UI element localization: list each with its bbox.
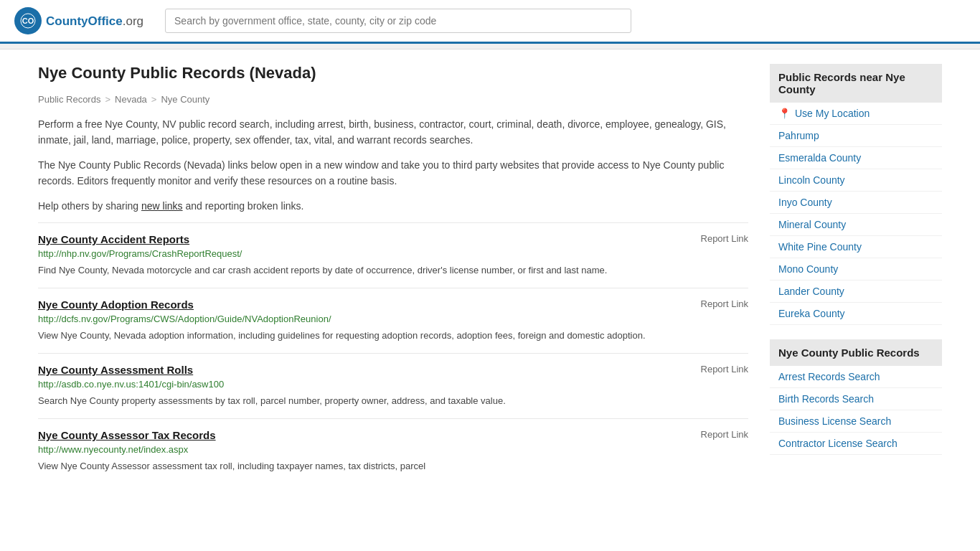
nye-link-1[interactable]: Birth Records Search [778, 393, 874, 405]
record-item: Nye County Assessor Tax Records Report L… [38, 418, 748, 484]
nye-section-title: Nye County Public Records [770, 339, 942, 366]
nearby-item-0: Pahrump [770, 125, 942, 147]
breadcrumb-nye-county: Nye County [161, 94, 209, 105]
report-link-3[interactable]: Report Link [701, 429, 748, 440]
record-url-1[interactable]: http://dcfs.nv.gov/Programs/CWS/Adoption… [38, 314, 748, 324]
records-list: Nye County Accident Reports Report Link … [38, 222, 748, 484]
nye-link-2[interactable]: Business License Search [778, 415, 891, 427]
nearby-link-0[interactable]: Pahrump [778, 130, 819, 141]
use-location-label[interactable]: Use My Location [795, 108, 870, 119]
nearby-link-2[interactable]: Lincoln County [778, 174, 845, 186]
record-desc-2: Search Nye County property assessments b… [38, 394, 748, 408]
nearby-items-container: PahrumpEsmeralda CountyLincoln CountyIny… [770, 125, 942, 325]
nearby-item-3: Inyo County [770, 192, 942, 214]
breadcrumb-public-records[interactable]: Public Records [38, 94, 100, 105]
nearby-link-5[interactable]: White Pine County [778, 241, 862, 253]
content-wrapper: Nye County Public Records (Nevada) Publi… [24, 50, 956, 499]
page-title: Nye County Public Records (Nevada) [38, 64, 748, 83]
nearby-link-3[interactable]: Inyo County [778, 197, 832, 208]
search-input[interactable] [165, 9, 631, 33]
logo-icon: CO [14, 7, 42, 34]
record-title-1[interactable]: Nye County Adoption Records [38, 298, 194, 311]
record-item: Nye County Accident Reports Report Link … [38, 222, 748, 288]
record-item: Nye County Adoption Records Report Link … [38, 288, 748, 353]
nearby-link-6[interactable]: Mono County [778, 263, 838, 275]
logo[interactable]: CO CountyOffice.org [14, 7, 143, 34]
nye-item-0: Arrest Records Search [770, 366, 942, 388]
record-title-2[interactable]: Nye County Assessment Rolls [38, 364, 193, 376]
nye-link-0[interactable]: Arrest Records Search [778, 371, 880, 382]
nearby-item-7: Lander County [770, 281, 942, 303]
nearby-link-1[interactable]: Esmeralda County [778, 152, 861, 164]
desc3-post: and reporting broken links. [183, 200, 304, 212]
nearby-item-1: Esmeralda County [770, 147, 942, 169]
report-link-0[interactable]: Report Link [701, 233, 748, 244]
use-location-item[interactable]: 📍 Use My Location [770, 103, 942, 125]
record-url-2[interactable]: http://asdb.co.nye.nv.us:1401/cgi-bin/as… [38, 379, 748, 390]
breadcrumb: Public Records > Nevada > Nye County [38, 94, 748, 105]
nye-section: Nye County Public Records Arrest Records… [770, 339, 942, 455]
record-url-0[interactable]: http://nhp.nv.gov/Programs/CrashReportRe… [38, 248, 748, 259]
location-icon: 📍 [778, 108, 791, 119]
desc3-pre: Help others by sharing [38, 200, 141, 212]
breadcrumb-nevada[interactable]: Nevada [115, 94, 147, 105]
nye-item-2: Business License Search [770, 410, 942, 433]
description-2: The Nye County Public Records (Nevada) l… [38, 157, 748, 189]
nearby-item-6: Mono County [770, 258, 942, 281]
report-link-2[interactable]: Report Link [701, 364, 748, 375]
nearby-item-4: Mineral County [770, 214, 942, 236]
nearby-item-8: Eureka County [770, 303, 942, 325]
top-bar [0, 44, 980, 50]
record-title-3[interactable]: Nye County Assessor Tax Records [38, 429, 216, 441]
record-desc-0: Find Nye County, Nevada motorcycle and c… [38, 263, 748, 278]
logo-text: CountyOffice.org [46, 14, 143, 29]
record-url-3[interactable]: http://www.nyecounty.net/index.aspx [38, 444, 748, 455]
nearby-link-8[interactable]: Eureka County [778, 308, 845, 319]
nearby-link-7[interactable]: Lander County [778, 286, 844, 297]
report-link-1[interactable]: Report Link [701, 298, 748, 309]
record-desc-1: View Nye County, Nevada adoption informa… [38, 329, 748, 343]
main-content: Nye County Public Records (Nevada) Publi… [38, 64, 748, 484]
record-title-0[interactable]: Nye County Accident Reports [38, 233, 189, 245]
nearby-section: Public Records near Nye County 📍 Use My … [770, 64, 942, 325]
description-1: Perform a free Nye County, NV public rec… [38, 116, 748, 149]
nearby-section-title: Public Records near Nye County [770, 64, 942, 103]
description-3: Help others by sharing new links and rep… [38, 198, 748, 214]
nearby-item-2: Lincoln County [770, 169, 942, 192]
svg-text:CO: CO [22, 17, 34, 25]
site-header: CO CountyOffice.org [0, 0, 980, 44]
new-links-link[interactable]: new links [141, 200, 183, 212]
record-item: Nye County Assessment Rolls Report Link … [38, 353, 748, 418]
nye-item-1: Birth Records Search [770, 388, 942, 410]
sidebar: Public Records near Nye County 📍 Use My … [770, 64, 942, 484]
nearby-item-5: White Pine County [770, 236, 942, 258]
nearby-link-4[interactable]: Mineral County [778, 219, 846, 230]
record-desc-3: View Nye County Assessor assessment tax … [38, 459, 748, 474]
nye-link-3[interactable]: Contractor License Search [778, 438, 897, 449]
nye-item-3: Contractor License Search [770, 433, 942, 455]
nye-items-container: Arrest Records SearchBirth Records Searc… [770, 366, 942, 455]
